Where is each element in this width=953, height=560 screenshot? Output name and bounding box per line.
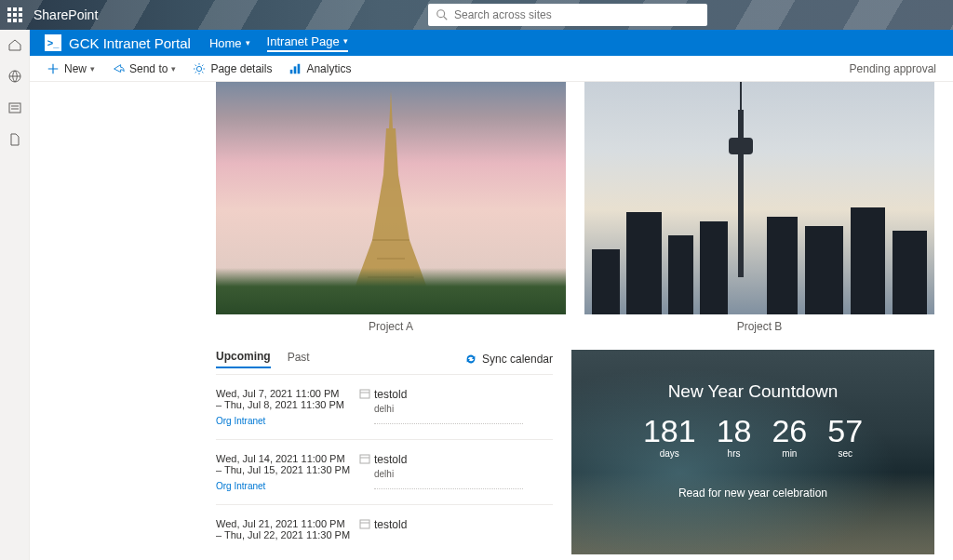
gallery-caption: Project B [584,320,934,333]
calendar-icon [359,388,370,399]
skyline-graphic [584,203,934,314]
svg-rect-14 [360,520,369,528]
page-canvas: Project A Project B Upc [30,82,953,560]
svg-rect-7 [290,69,293,73]
search-box[interactable] [428,4,707,26]
share-icon [112,62,125,75]
globe-icon[interactable] [7,69,22,84]
site-header: >_ GCK Intranet Portal Home▾ Intranet Pa… [30,30,953,56]
gallery-caption: Project A [216,320,566,333]
nav-intranet-page[interactable]: Intranet Page▾ [267,34,348,52]
search-input[interactable] [454,8,700,21]
event-end: – Thu, Jul 22, 2021 11:30 PM [216,529,363,540]
chevron-down-icon: ▾ [90,64,95,73]
countdown-webpart: New Year Countdown 181days 18hrs 26min 5… [571,350,934,554]
event-item[interactable]: Wed, Jul 7, 2021 11:00 PM – Thu, Jul 8, … [216,375,553,440]
event-source[interactable]: Org Intranet [216,416,363,426]
event-location: delhi [374,404,553,414]
event-item[interactable]: Wed, Jul 21, 2021 11:00 PM – Thu, Jul 22… [216,505,553,553]
svg-point-6 [197,66,202,71]
countdown-min: 26 [772,415,807,447]
home-icon[interactable] [7,37,22,52]
search-icon [436,8,449,21]
events-tabs: Upcoming Past Sync calendar [216,350,553,375]
event-start: Wed, Jul 14, 2021 11:00 PM [216,453,363,464]
app-launcher-icon[interactable] [7,7,22,22]
suite-name[interactable]: SharePoint [34,7,98,22]
event-title: testold [374,518,553,531]
page-status: Pending approval [850,62,936,75]
countdown-days: 181 [643,415,696,447]
svg-rect-9 [298,63,301,73]
file-icon[interactable] [7,132,22,147]
event-divider [374,488,523,489]
event-location: delhi [374,469,553,479]
event-title: testold [374,453,553,466]
suite-bar: SharePoint [0,0,953,30]
event-divider [374,423,523,424]
svg-line-1 [444,17,448,20]
gallery-tile[interactable]: Project B [584,82,934,333]
chevron-down-icon: ▾ [171,64,176,73]
chevron-down-icon: ▾ [246,38,250,47]
event-start: Wed, Jul 21, 2021 11:00 PM [216,518,363,529]
image-gallery: Project A Project B [30,82,953,333]
chevron-down-icon: ▾ [343,36,348,46]
tab-past[interactable]: Past [288,351,310,367]
svg-rect-12 [360,455,369,463]
calendar-icon [359,453,370,464]
new-button[interactable]: New▾ [47,62,95,75]
countdown-title: New Year Countdown [571,381,934,402]
events-webpart: Upcoming Past Sync calendar Wed, Jul 7, … [216,350,553,554]
site-logo[interactable]: >_ [45,34,61,51]
calendar-icon [359,518,370,529]
countdown-values: 181days 18hrs 26min 57sec [571,415,934,459]
project-b-image [584,82,934,314]
event-end: – Thu, Jul 8, 2021 11:30 PM [216,399,363,410]
sync-calendar-button[interactable]: Sync calendar [464,353,553,366]
svg-rect-10 [360,390,369,398]
event-item[interactable]: Wed, Jul 14, 2021 11:00 PM – Thu, Jul 15… [216,440,553,505]
svg-rect-8 [294,66,297,73]
event-start: Wed, Jul 7, 2021 11:00 PM [216,388,363,399]
analytics-icon [289,62,302,75]
send-to-button[interactable]: Send to▾ [112,62,176,75]
left-rail [0,30,30,560]
eiffel-tower-graphic [344,91,437,305]
gallery-tile[interactable]: Project A [216,82,566,333]
svg-point-0 [437,10,445,18]
plus-icon [47,62,60,75]
countdown-sec: 57 [827,415,863,447]
countdown-subtitle: Read for new year celebration [571,487,934,500]
sync-icon [464,353,477,366]
svg-rect-3 [9,103,20,113]
event-end: – Thu, Jul 15, 2021 11:30 PM [216,464,363,475]
event-source[interactable]: Org Intranet [216,481,363,491]
site-title[interactable]: GCK Intranet Portal [69,35,191,51]
page-details-button[interactable]: Page details [193,62,272,75]
gear-icon [193,62,206,75]
command-bar: New▾ Send to▾ Page details Analytics Pen… [30,56,953,82]
project-a-image [216,82,566,314]
event-title: testold [374,388,553,401]
tab-upcoming[interactable]: Upcoming [216,350,271,368]
countdown-hrs: 18 [717,415,752,447]
nav-home[interactable]: Home▾ [209,36,250,50]
news-icon[interactable] [7,100,22,115]
analytics-button[interactable]: Analytics [289,62,351,75]
